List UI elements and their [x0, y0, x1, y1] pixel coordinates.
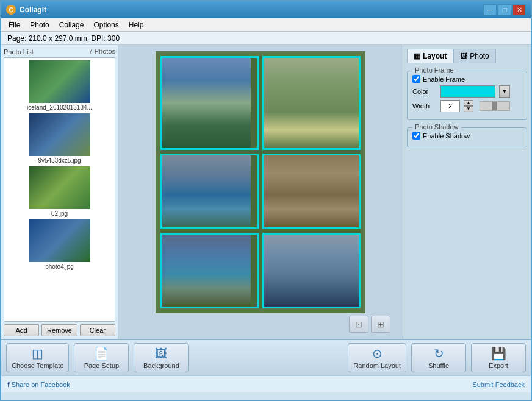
- background-icon: 🖼: [155, 347, 167, 361]
- enable-shadow-label[interactable]: Enable Shadow: [412, 132, 470, 140]
- collage-cell[interactable]: [160, 233, 259, 308]
- spinner-up[interactable]: ▲: [464, 100, 473, 106]
- photo-filename: photo4.jpg: [17, 263, 102, 270]
- add-button[interactable]: Add: [4, 324, 39, 336]
- page-setup-label: Page Setup: [84, 362, 120, 369]
- arrange-tool-button[interactable]: ⊞: [371, 316, 390, 333]
- photo-thumbnail: [29, 113, 90, 156]
- collage-image: [264, 58, 359, 148]
- enable-frame-row: Enable Frame: [412, 75, 522, 83]
- width-label: Width: [412, 102, 437, 110]
- canvas-container: [156, 51, 365, 313]
- bottom-toolbar: ◫ Choose Template 📄 Page Setup 🖼 Backgro…: [1, 339, 531, 375]
- right-panel: ▦ Layout 🖼 Photo Photo Frame Enable Fram…: [403, 45, 531, 339]
- app-icon: C: [6, 5, 16, 15]
- restore-button[interactable]: □: [498, 4, 511, 15]
- spinner-down[interactable]: ▼: [464, 106, 473, 112]
- photo-count: 7 Photos: [89, 48, 115, 55]
- list-item[interactable]: photo4.jpg: [17, 219, 102, 270]
- menu-collage[interactable]: Collage: [54, 20, 89, 30]
- collage-image: [264, 155, 359, 227]
- layout-tab-icon: ▦: [414, 52, 420, 60]
- crop-tool-button[interactable]: ⊡: [349, 316, 368, 333]
- crop-icon: ⊡: [355, 319, 362, 329]
- page-setup-icon: 📄: [94, 346, 109, 361]
- choose-template-label: Choose Template: [12, 362, 63, 369]
- enable-shadow-checkbox[interactable]: [412, 132, 420, 140]
- submit-feedback-link[interactable]: Submit Feedback: [472, 381, 525, 388]
- color-label: Color: [412, 88, 437, 95]
- photo-thumbnail: [29, 60, 90, 103]
- photo-frame-legend: Photo Frame: [412, 66, 456, 74]
- width-slider[interactable]: [480, 101, 510, 111]
- list-item[interactable]: 9v5453dxz5.jpg: [17, 113, 102, 164]
- width-spinner: ▲ ▼: [464, 100, 473, 112]
- photo-filename: iceland_26102013134...: [17, 104, 102, 111]
- clear-button[interactable]: Clear: [80, 324, 115, 336]
- choose-template-icon: ◫: [32, 346, 43, 361]
- width-input[interactable]: [440, 100, 460, 112]
- tab-photo[interactable]: 🖼 Photo: [453, 49, 495, 63]
- shuffle-icon: ↻: [434, 346, 444, 361]
- list-item[interactable]: 02.jpg: [17, 166, 102, 217]
- enable-frame-text: Enable Frame: [423, 76, 465, 83]
- width-row: Width ▲ ▼: [412, 100, 522, 112]
- menu-options[interactable]: Options: [88, 20, 123, 30]
- menu-help[interactable]: Help: [124, 20, 149, 30]
- canvas-area: ⊡ ⊞: [118, 45, 403, 339]
- photo-filename: 02.jpg: [17, 210, 102, 217]
- minimize-button[interactable]: ─: [483, 4, 497, 15]
- share-facebook-link[interactable]: f Share on Facebook: [7, 381, 70, 388]
- color-dropdown-button[interactable]: ▼: [499, 85, 510, 98]
- photo-tab-icon: 🖼: [460, 52, 467, 60]
- photo-thumbnail: [29, 219, 90, 262]
- random-layout-label: Random Layout: [353, 362, 401, 369]
- photo-shadow-group: Photo Shadow Enable Shadow: [407, 127, 527, 147]
- random-layout-icon: ⊙: [372, 346, 383, 361]
- export-icon: 💾: [491, 346, 506, 361]
- page-info: Page: 210.0 x 297.0 mm, DPI: 300: [7, 34, 120, 43]
- random-layout-button[interactable]: ⊙ Random Layout: [348, 343, 406, 372]
- list-item[interactable]: iceland_26102013134...: [17, 60, 102, 111]
- collage-cell[interactable]: [262, 154, 361, 229]
- work-area: Photo List 7 Photos iceland_26102013134.…: [1, 45, 531, 339]
- color-picker-box[interactable]: [440, 85, 495, 98]
- shuffle-label: Shuffle: [428, 362, 449, 369]
- enable-frame-checkbox[interactable]: [412, 75, 420, 83]
- remove-button[interactable]: Remove: [41, 324, 77, 336]
- photo-list-title: Photo List: [4, 48, 34, 55]
- photo-list-buttons: Add Remove Clear: [4, 322, 115, 336]
- export-label: Export: [489, 362, 508, 369]
- collage-cell[interactable]: [262, 233, 361, 308]
- export-button[interactable]: 💾 Export: [471, 343, 526, 372]
- choose-template-button[interactable]: ◫ Choose Template: [6, 343, 69, 372]
- close-button[interactable]: ✕: [512, 4, 526, 15]
- enable-frame-label[interactable]: Enable Frame: [412, 75, 465, 83]
- submit-feedback-label: Submit Feedback: [472, 381, 525, 388]
- background-label: Background: [143, 362, 179, 369]
- enable-shadow-row: Enable Shadow: [412, 132, 522, 140]
- collage-cell[interactable]: [160, 154, 259, 229]
- canvas-toolbar: ⊡ ⊞: [124, 313, 397, 333]
- photo-list-scroll[interactable]: iceland_26102013134... 9v5453dxz5.jpg 02…: [4, 57, 115, 322]
- collage-grid: [160, 56, 361, 308]
- collage-image: [162, 58, 251, 148]
- facebook-icon: f: [7, 381, 10, 388]
- photo-list-panel: Photo List 7 Photos iceland_26102013134.…: [1, 45, 118, 339]
- photo-filename: 9v5453dxz5.jpg: [17, 157, 102, 164]
- photo-frame-group: Photo Frame Enable Frame Color ▼ Width ▲…: [407, 71, 527, 120]
- app-title: CollagIt: [20, 5, 483, 14]
- page-setup-button[interactable]: 📄 Page Setup: [74, 343, 129, 372]
- photo-tab-label: Photo: [470, 52, 489, 60]
- window-controls: ─ □ ✕: [483, 4, 526, 15]
- background-button[interactable]: 🖼 Background: [134, 343, 189, 372]
- enable-shadow-text: Enable Shadow: [423, 132, 470, 140]
- menu-photo[interactable]: Photo: [25, 20, 54, 30]
- collage-cell[interactable]: [262, 56, 361, 150]
- info-bar: Page: 210.0 x 297.0 mm, DPI: 300: [1, 32, 531, 45]
- tab-layout[interactable]: ▦ Layout: [407, 49, 453, 63]
- collage-cell[interactable]: [160, 56, 259, 150]
- share-facebook-label: Share on Facebook: [12, 381, 70, 388]
- menu-file[interactable]: File: [4, 20, 25, 30]
- shuffle-button[interactable]: ↻ Shuffle: [411, 343, 466, 372]
